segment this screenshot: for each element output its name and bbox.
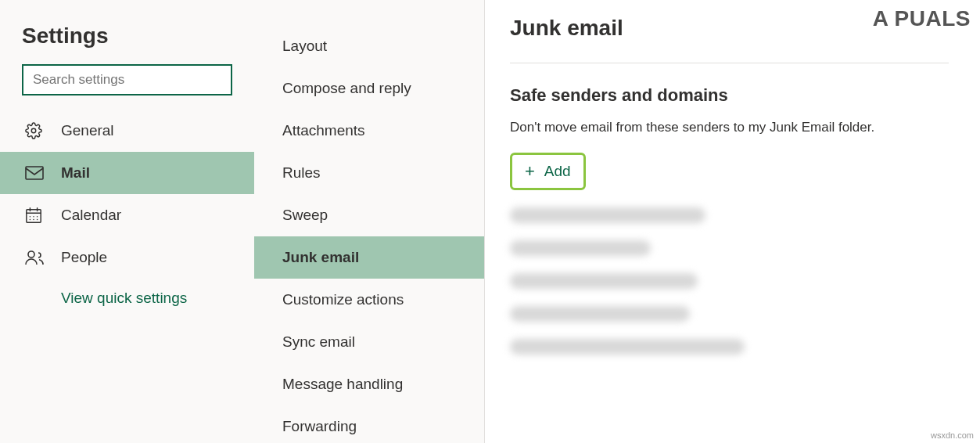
sub-item-layout[interactable]: Layout <box>254 25 484 67</box>
list-item[interactable] <box>510 339 745 355</box>
list-item[interactable] <box>510 207 705 223</box>
sub-item-customize[interactable]: Customize actions <box>254 279 484 321</box>
list-item[interactable] <box>510 240 651 256</box>
sub-item-attachments[interactable]: Attachments <box>254 110 484 152</box>
svg-rect-1 <box>26 167 43 179</box>
svg-point-0 <box>31 128 36 133</box>
nav-label: Mail <box>61 164 90 182</box>
settings-sidebar: Settings General Mail Calendar People Vi… <box>0 0 254 443</box>
gear-icon <box>25 122 47 139</box>
nav-item-general[interactable]: General <box>0 110 254 152</box>
search-settings-box[interactable] <box>22 64 232 95</box>
sub-item-message-handling[interactable]: Message handling <box>254 363 484 405</box>
svg-rect-2 <box>27 210 41 223</box>
people-icon <box>25 250 47 265</box>
view-quick-settings-link[interactable]: View quick settings <box>0 279 254 307</box>
plus-icon: + <box>525 163 535 180</box>
nav-item-calendar[interactable]: Calendar <box>0 194 254 236</box>
svg-point-3 <box>28 251 34 258</box>
mail-icon <box>25 166 47 180</box>
nav-label: General <box>61 122 114 139</box>
attribution: wsxdn.com <box>931 430 974 440</box>
section-desc: Don't move email from these senders to m… <box>510 120 949 135</box>
section-title: Safe senders and domains <box>510 85 949 106</box>
nav-label: People <box>61 249 107 266</box>
mail-submenu: Layout Compose and reply Attachments Rul… <box>254 0 485 443</box>
calendar-icon <box>25 207 47 224</box>
list-item[interactable] <box>510 273 698 289</box>
sub-item-junk-email[interactable]: Junk email <box>254 236 484 279</box>
nav-item-people[interactable]: People <box>0 236 254 279</box>
sub-item-compose[interactable]: Compose and reply <box>254 67 484 110</box>
divider <box>510 63 949 63</box>
list-item[interactable] <box>510 306 690 322</box>
sub-item-rules[interactable]: Rules <box>254 152 484 194</box>
safe-senders-list <box>510 207 949 355</box>
add-button[interactable]: + Add <box>510 153 586 190</box>
sub-item-forwarding[interactable]: Forwarding <box>254 405 484 443</box>
nav-item-mail[interactable]: Mail <box>0 152 254 194</box>
search-input[interactable] <box>33 72 221 88</box>
sub-item-sync[interactable]: Sync email <box>254 321 484 363</box>
sub-item-sweep[interactable]: Sweep <box>254 194 484 236</box>
content-panel: Junk email Safe senders and domains Don'… <box>485 0 980 443</box>
appuals-logo: A PUALS <box>873 6 971 31</box>
add-label: Add <box>544 163 571 180</box>
nav-label: Calendar <box>61 207 121 224</box>
settings-title: Settings <box>0 16 254 64</box>
